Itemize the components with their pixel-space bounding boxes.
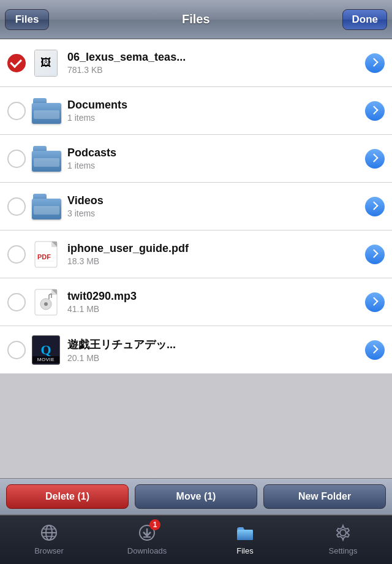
file-info: iphone_user_guide.pdf18.3 MB bbox=[67, 242, 360, 266]
image-doc-icon: 🖼 bbox=[34, 50, 58, 77]
page-title: Files bbox=[182, 12, 210, 26]
selection-radio[interactable] bbox=[7, 293, 26, 311]
file-info: 06_lexus_sema_teas...781.3 KB bbox=[67, 51, 360, 75]
selection-radio[interactable] bbox=[7, 245, 26, 264]
tab-files-label: Files bbox=[236, 546, 253, 555]
file-icon: 🖼 bbox=[32, 47, 60, 80]
file-icon bbox=[32, 94, 60, 128]
tab-downloads[interactable]: 1 Downloads bbox=[98, 516, 196, 564]
file-icon: PDF bbox=[32, 238, 60, 271]
file-name: twit0290.mp3 bbox=[67, 290, 360, 303]
folder-shape bbox=[32, 194, 60, 219]
globe-icon bbox=[38, 522, 60, 544]
selection-radio[interactable] bbox=[7, 54, 26, 72]
file-icon bbox=[32, 142, 60, 175]
chevron-button[interactable] bbox=[365, 101, 385, 121]
pdf-icon: PDF bbox=[34, 241, 58, 268]
list-item[interactable]: PDF iphone_user_guide.pdf18.3 MB bbox=[0, 231, 392, 278]
done-button[interactable]: Done bbox=[342, 9, 387, 30]
file-meta: 3 items bbox=[67, 208, 360, 218]
tab-bar: Browser 1 Downloads bbox=[0, 515, 392, 564]
tab-downloads-label: Downloads bbox=[127, 546, 167, 555]
file-meta: 781.3 KB bbox=[67, 65, 360, 75]
delete-button[interactable]: Delete (1) bbox=[6, 484, 129, 509]
svg-rect-22 bbox=[237, 530, 253, 540]
file-name: 06_lexus_sema_teas... bbox=[67, 51, 360, 64]
file-icon: Q MOVIE bbox=[32, 333, 60, 367]
mp3-icon bbox=[34, 289, 58, 316]
chevron-button[interactable] bbox=[365, 340, 385, 360]
chevron-button[interactable] bbox=[365, 197, 385, 216]
list-item[interactable]: Podcasts1 items bbox=[0, 135, 392, 183]
tab-settings[interactable]: Settings bbox=[294, 516, 392, 564]
file-info: 遊戯王リチュアデッ...20.1 MB bbox=[67, 337, 360, 363]
back-button[interactable]: Files bbox=[5, 9, 49, 30]
selection-radio[interactable] bbox=[7, 102, 26, 120]
file-meta: 1 items bbox=[67, 113, 360, 123]
chevron-button[interactable] bbox=[365, 149, 385, 169]
file-meta: 41.1 MB bbox=[67, 304, 360, 314]
file-name: iphone_user_guide.pdf bbox=[67, 242, 360, 255]
move-button[interactable]: Move (1) bbox=[135, 484, 257, 509]
selection-radio[interactable] bbox=[7, 341, 26, 359]
svg-point-9 bbox=[44, 302, 48, 306]
download-icon: 1 bbox=[136, 522, 158, 544]
gear-icon bbox=[332, 522, 354, 544]
file-name: Videos bbox=[67, 194, 360, 207]
list-item[interactable]: Videos3 items bbox=[0, 183, 392, 231]
svg-point-23 bbox=[340, 530, 346, 536]
file-name: Documents bbox=[67, 99, 360, 112]
file-meta: 20.1 MB bbox=[67, 353, 360, 363]
tab-files[interactable]: Files bbox=[196, 516, 294, 564]
folder-shape bbox=[32, 98, 60, 124]
list-item[interactable]: 🖼 06_lexus_sema_teas...781.3 KB bbox=[0, 39, 392, 87]
file-meta: 1 items bbox=[67, 161, 360, 170]
chevron-button[interactable] bbox=[365, 292, 385, 312]
folder-shape bbox=[32, 146, 60, 172]
files-folder-icon bbox=[234, 522, 256, 544]
downloads-badge: 1 bbox=[149, 519, 160, 530]
header: Files Files Done bbox=[0, 0, 392, 39]
file-info: twit0290.mp341.1 MB bbox=[67, 290, 360, 314]
svg-text:PDF: PDF bbox=[37, 253, 51, 261]
tab-browser-label: Browser bbox=[34, 546, 64, 555]
file-icon bbox=[32, 190, 60, 223]
file-info: Podcasts1 items bbox=[67, 147, 360, 170]
file-meta: 18.3 MB bbox=[67, 256, 360, 266]
chevron-button[interactable] bbox=[365, 245, 385, 264]
tab-settings-label: Settings bbox=[329, 546, 358, 555]
file-info: Documents1 items bbox=[67, 99, 360, 123]
file-list: 🖼 06_lexus_sema_teas...781.3 KB Document… bbox=[0, 39, 392, 478]
selection-radio[interactable] bbox=[7, 150, 26, 168]
selection-radio[interactable] bbox=[7, 197, 26, 216]
file-name: 遊戯王リチュアデッ... bbox=[67, 337, 360, 352]
new-folder-button[interactable]: New Folder bbox=[263, 484, 386, 509]
list-item[interactable]: Q MOVIE 遊戯王リチュアデッ...20.1 MB bbox=[0, 326, 392, 374]
chevron-button[interactable] bbox=[365, 53, 385, 73]
file-name: Podcasts bbox=[67, 147, 360, 159]
tab-browser[interactable]: Browser bbox=[0, 516, 98, 564]
list-item[interactable]: twit0290.mp341.1 MB bbox=[0, 278, 392, 326]
file-info: Videos3 items bbox=[67, 194, 360, 218]
list-item[interactable]: Documents1 items bbox=[0, 87, 392, 135]
file-icon bbox=[32, 286, 60, 319]
action-bar: Delete (1) Move (1) New Folder bbox=[0, 478, 392, 515]
movie-icon: Q MOVIE bbox=[32, 335, 60, 365]
